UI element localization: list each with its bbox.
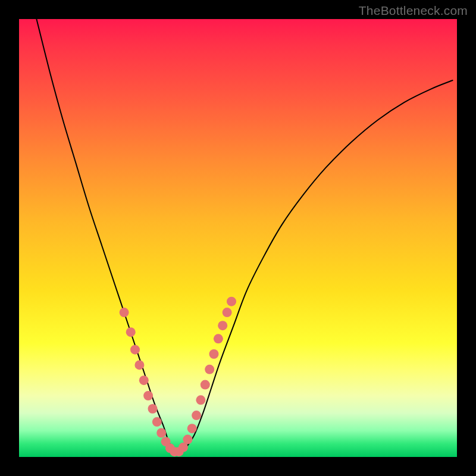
data-marker [227, 297, 236, 306]
data-marker [134, 360, 144, 369]
bottleneck-curve [36, 19, 452, 453]
data-marker [130, 345, 140, 355]
data-marker [120, 308, 129, 317]
data-marker [205, 365, 214, 374]
data-marker [196, 395, 205, 405]
data-marker [183, 435, 192, 444]
data-marker [126, 327, 136, 337]
data-marker [192, 411, 201, 420]
data-marker [214, 334, 223, 343]
data-marker [139, 375, 149, 385]
data-marker [148, 404, 158, 414]
data-marker [156, 428, 166, 438]
data-marker [187, 424, 197, 433]
marker-group [120, 297, 236, 457]
data-marker [152, 417, 162, 427]
watermark-text: TheBottleneck.com [359, 4, 468, 18]
data-marker [223, 308, 232, 317]
data-marker [143, 391, 153, 400]
data-marker [209, 349, 219, 359]
data-marker [201, 380, 210, 390]
chart-svg [19, 19, 457, 457]
plot-area [19, 19, 457, 457]
chart-frame: TheBottleneck.com [0, 0, 476, 476]
data-marker [218, 321, 227, 330]
